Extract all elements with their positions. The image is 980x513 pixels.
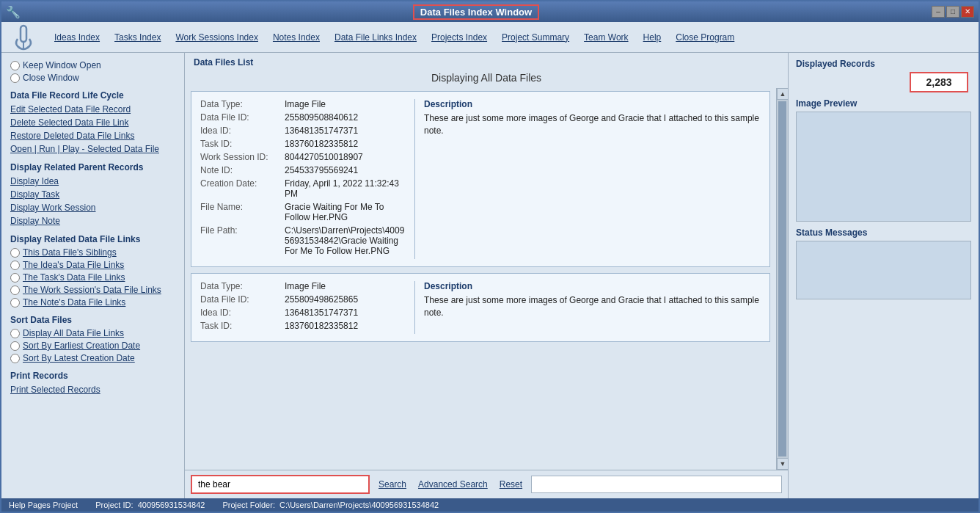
- main-window: 🔧 Data Files Index Window – □ ✕ Ideas In…: [0, 0, 980, 513]
- card-2-datatype: Data Type: Image File: [200, 281, 406, 291]
- status-messages-title: Status Messages: [796, 228, 971, 238]
- open-run-play-link[interactable]: Open | Run | Play - Selected Data File: [10, 143, 175, 155]
- status-help-pages: Help Pages Project: [9, 501, 78, 509]
- title-center: Data Files Index Window: [413, 4, 539, 20]
- menu-item-ideas[interactable]: Ideas Index: [47, 29, 107, 46]
- title-controls: – □ ✕: [932, 6, 974, 18]
- status-bar: Help Pages Project Project ID: 400956931…: [1, 498, 979, 512]
- status-project-id: Project ID: 400956931534842: [95, 501, 205, 509]
- card-1-sessionid: Work Session ID: 8044270510018907: [200, 152, 406, 162]
- search-input[interactable]: [192, 476, 368, 492]
- scroll-down-button[interactable]: ▼: [777, 458, 788, 470]
- card-1-ideaid: Idea ID: 136481351747371: [200, 125, 406, 136]
- keep-window-open-option[interactable]: Keep Window Open: [10, 60, 175, 70]
- display-task-link[interactable]: Display Task: [10, 189, 175, 200]
- menu-bar: Ideas Index Tasks Index Work Sessions In…: [1, 22, 979, 53]
- image-preview-section: Image Preview: [796, 98, 971, 222]
- all-links-option[interactable]: Display All Data File Links: [10, 328, 175, 338]
- search-input-wrapper: [191, 475, 370, 494]
- sort-title: Sort Data Files: [10, 315, 175, 325]
- siblings-option[interactable]: This Data File's Siblings: [10, 247, 175, 258]
- menu-item-sessions[interactable]: Work Sessions Index: [168, 29, 266, 46]
- scrollbar[interactable]: ▲ ▼: [776, 88, 788, 470]
- list-header: Data Files List: [185, 53, 788, 69]
- card-1-datatype: Data Type: Image File: [200, 99, 406, 109]
- menu-item-tasks[interactable]: Tasks Index: [107, 29, 168, 46]
- search-button[interactable]: Search: [376, 478, 409, 491]
- sort-latest-option[interactable]: Sort By Latest Creation Date: [10, 353, 175, 363]
- scroll-thumb[interactable]: [778, 101, 786, 456]
- content-area: Keep Window Open Close Window Data File …: [1, 53, 979, 498]
- note-links-option[interactable]: The Note's Data File Links: [10, 297, 175, 308]
- close-window-option[interactable]: Close Window: [10, 73, 175, 83]
- card-1-fields: Data Type: Image File Data File ID: 2558…: [200, 99, 406, 259]
- idea-links-option[interactable]: The Idea's Data File Links: [10, 260, 175, 270]
- parent-records-title: Display Related Parent Records: [10, 162, 175, 172]
- card-1-filename: File Name: Gracie Waiting For Me To Foll…: [200, 202, 406, 222]
- display-idea-link[interactable]: Display Idea: [10, 175, 175, 187]
- status-project-folder: Project Folder: C:\Users\Darren\Projects…: [222, 501, 439, 509]
- right-panel: Displayed Records 2,283 Image Preview St…: [788, 53, 979, 498]
- card-2-fields: Data Type: Image File Data File ID: 2558…: [200, 281, 406, 334]
- print-selected-link[interactable]: Print Selected Records: [10, 384, 175, 396]
- menu-item-datafilelinks[interactable]: Data File Links Index: [327, 29, 424, 46]
- menu-item-help[interactable]: Help: [636, 29, 669, 46]
- menu-item-closeprogram[interactable]: Close Program: [668, 29, 742, 46]
- card-2-fileid: Data File ID: 255809498625865: [200, 294, 406, 305]
- displayed-records-title: Displayed Records: [796, 59, 971, 69]
- card-1-desc: Description These are just some more ima…: [414, 99, 761, 259]
- displayed-records-section: Displayed Records 2,283: [796, 59, 971, 92]
- title-bar: 🔧 Data Files Index Window – □ ✕: [1, 1, 979, 22]
- card-2-taskid: Task ID: 183760182335812: [200, 321, 406, 331]
- minimize-button[interactable]: –: [932, 6, 945, 18]
- card-1-filepath: File Path: C:\Users\Darren\Projects\4009…: [200, 225, 406, 256]
- window-title: Data Files Index Window: [413, 4, 539, 20]
- status-messages-section: Status Messages: [796, 228, 971, 299]
- image-preview-box: [796, 112, 971, 222]
- edit-record-link[interactable]: Edit Selected Data File Record: [10, 103, 175, 115]
- list-title: Displaying All Data Files: [185, 69, 788, 88]
- restore-links-link[interactable]: Restore Deleted Data File Links: [10, 130, 175, 142]
- menu-item-projectsummary[interactable]: Project Summary: [494, 29, 577, 46]
- card-1-taskid: Task ID: 183760182335812: [200, 139, 406, 149]
- lifecycle-title: Data File Record Life Cycle: [10, 90, 175, 101]
- card-2-ideaid: Idea ID: 136481351747371: [200, 308, 406, 318]
- status-messages-box: [796, 241, 971, 299]
- session-links-option[interactable]: The Work Session's Data File Links: [10, 285, 175, 295]
- advanced-search-button[interactable]: Advanced Search: [415, 478, 491, 491]
- menu-item-notes[interactable]: Notes Index: [266, 29, 327, 46]
- card-2-desc: Description These are just some more ima…: [414, 281, 761, 334]
- card-1-creationdate: Creation Date: Friday, April 1, 2022 11:…: [200, 178, 406, 199]
- menu-item-teamwork[interactable]: Team Work: [577, 29, 635, 46]
- close-button[interactable]: ✕: [961, 6, 974, 18]
- card-1-noteid: Note ID: 254533795569241: [200, 165, 406, 175]
- app-logo: [7, 23, 40, 51]
- main-area: Data Files List Displaying All Data File…: [185, 53, 788, 498]
- data-file-links-title: Display Related Data File Links: [10, 234, 175, 244]
- display-note-link[interactable]: Display Note: [10, 215, 175, 227]
- maximize-button[interactable]: □: [946, 6, 959, 18]
- image-preview-title: Image Preview: [796, 98, 971, 109]
- displayed-records-value: 2,283: [910, 72, 968, 92]
- data-list: Data Type: Image File Data File ID: 2558…: [185, 88, 776, 470]
- search-extra-input[interactable]: [531, 476, 782, 493]
- menu-item-projects[interactable]: Projects Index: [424, 29, 494, 46]
- reset-button[interactable]: Reset: [497, 478, 525, 491]
- display-work-session-link[interactable]: Display Work Session: [10, 202, 175, 214]
- data-card-1: Data Type: Image File Data File ID: 2558…: [191, 91, 770, 267]
- card-1-fileid: Data File ID: 255809508840612: [200, 112, 406, 123]
- task-links-option[interactable]: The Task's Data File Links: [10, 272, 175, 283]
- delete-link-link[interactable]: Delete Selected Data File Link: [10, 117, 175, 128]
- app-icon: 🔧: [6, 5, 21, 19]
- search-bar: Search Advanced Search Reset: [185, 470, 788, 498]
- scroll-up-button[interactable]: ▲: [777, 88, 788, 100]
- print-title: Print Records: [10, 371, 175, 381]
- sidebar: Keep Window Open Close Window Data File …: [1, 53, 185, 498]
- window-options-group: Keep Window Open Close Window: [10, 60, 175, 83]
- svg-rect-0: [21, 26, 26, 42]
- data-list-scroll-wrapper: Data Type: Image File Data File ID: 2558…: [185, 88, 788, 470]
- data-card-2: Data Type: Image File Data File ID: 2558…: [191, 273, 770, 342]
- sort-earliest-option[interactable]: Sort By Earliest Creation Date: [10, 341, 175, 351]
